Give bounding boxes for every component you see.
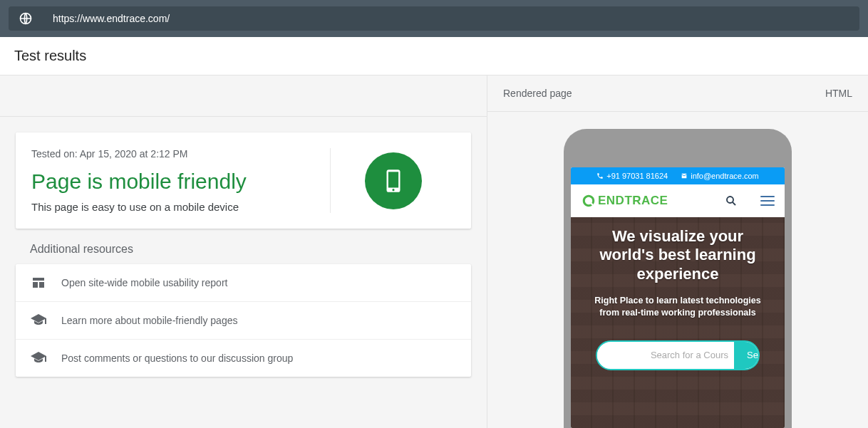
rendered-page-label: Rendered page — [503, 88, 572, 99]
svg-point-4 — [727, 197, 733, 203]
hamburger-menu-icon[interactable] — [760, 196, 775, 206]
resources-card: Open site-wide mobile usability report L… — [16, 264, 471, 377]
tested-on-text: Tested on: Apr 15, 2020 at 2:12 PM — [31, 148, 330, 160]
site-topbar: +91 97031 81624 info@endtrace.com — [571, 167, 785, 184]
page-title: Test results — [14, 48, 86, 64]
result-card: Tested on: Apr 15, 2020 at 2:12 PM Page … — [16, 132, 471, 229]
result-title: Page is mobile friendly — [31, 169, 330, 194]
device-preview-area: +91 97031 81624 info@endtrace.com ENDTRA… — [487, 112, 868, 428]
topbar-phone[interactable]: +91 97031 81624 — [596, 172, 668, 180]
course-search-input[interactable] — [597, 350, 734, 360]
resource-learn-more[interactable]: Learn more about mobile-friendly pages — [16, 302, 471, 340]
logo-text: ENDTRACE — [598, 194, 668, 208]
html-tab[interactable]: HTML — [825, 88, 852, 99]
result-subtitle: This page is easy to use on a mobile dev… — [31, 201, 330, 213]
page-header: Test results — [0, 37, 868, 75]
device-screen: +91 97031 81624 info@endtrace.com ENDTRA… — [571, 167, 785, 428]
school-icon — [30, 350, 47, 367]
right-panel-header: Rendered page HTML — [487, 75, 868, 112]
device-frame: +91 97031 81624 info@endtrace.com ENDTRA… — [564, 129, 792, 428]
phone-icon — [596, 172, 604, 179]
search-icon[interactable] — [725, 194, 738, 207]
hero-subtitle: Right Place to learn latest technologies… — [584, 295, 772, 319]
course-search-box: Search — [596, 340, 760, 370]
resource-label: Open site-wide mobile usability report — [61, 277, 227, 288]
main-content: Tested on: Apr 15, 2020 at 2:12 PM Page … — [0, 75, 868, 428]
mobile-friendly-badge — [365, 152, 422, 209]
hero-section: We visualize your world's best learning … — [571, 217, 785, 428]
globe-icon — [19, 11, 33, 26]
left-panel: Tested on: Apr 15, 2020 at 2:12 PM Page … — [0, 75, 487, 428]
resource-label: Learn more about mobile-friendly pages — [61, 315, 237, 326]
course-search-button[interactable]: Search — [734, 342, 760, 369]
logo[interactable]: ENDTRACE — [581, 193, 668, 209]
mail-icon — [681, 172, 688, 179]
resource-discussion-group[interactable]: Post comments or questions to our discus… — [16, 340, 471, 377]
resource-label: Post comments or questions to our discus… — [61, 353, 293, 364]
smartphone-icon — [380, 167, 407, 194]
resource-usability-report[interactable]: Open site-wide mobile usability report — [16, 264, 471, 302]
right-panel: Rendered page HTML +91 97031 81624 info@… — [487, 75, 868, 428]
result-badge-container — [330, 148, 455, 213]
browser-url-bar: https://www.endtrace.com/ — [0, 0, 868, 37]
svg-point-3 — [392, 189, 394, 191]
web-icon — [30, 274, 47, 291]
svg-rect-2 — [388, 172, 398, 187]
url-text[interactable]: https://www.endtrace.com/ — [53, 13, 170, 24]
url-input-container[interactable]: https://www.endtrace.com/ — [9, 6, 859, 31]
left-section-header — [0, 75, 487, 117]
additional-resources-heading: Additional resources — [30, 243, 471, 256]
site-header: ENDTRACE — [571, 184, 785, 217]
topbar-email[interactable]: info@endtrace.com — [681, 172, 759, 180]
logo-mark-icon — [581, 193, 596, 209]
hero-title: We visualize your world's best learning … — [584, 227, 772, 283]
school-icon — [30, 312, 47, 329]
